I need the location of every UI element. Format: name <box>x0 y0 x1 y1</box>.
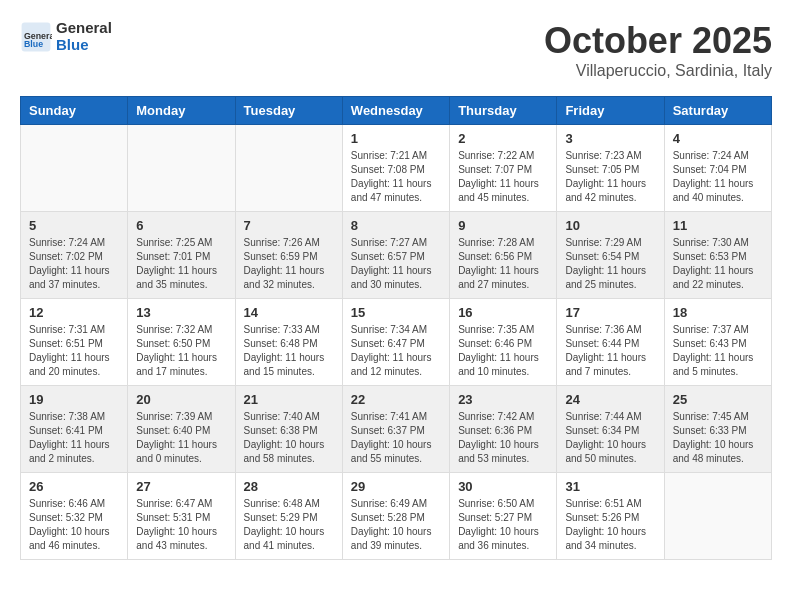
day-number: 23 <box>458 392 548 407</box>
day-number: 3 <box>565 131 655 146</box>
day-number: 12 <box>29 305 119 320</box>
day-number: 21 <box>244 392 334 407</box>
calendar-header-row: SundayMondayTuesdayWednesdayThursdayFrid… <box>21 97 772 125</box>
day-info: Sunrise: 7:39 AM Sunset: 6:40 PM Dayligh… <box>136 410 226 466</box>
day-info: Sunrise: 7:42 AM Sunset: 6:36 PM Dayligh… <box>458 410 548 466</box>
day-number: 25 <box>673 392 763 407</box>
page-header: General Blue General Blue October 2025 V… <box>20 20 772 80</box>
calendar-cell: 29Sunrise: 6:49 AM Sunset: 5:28 PM Dayli… <box>342 473 449 560</box>
calendar-cell: 5Sunrise: 7:24 AM Sunset: 7:02 PM Daylig… <box>21 212 128 299</box>
calendar-table: SundayMondayTuesdayWednesdayThursdayFrid… <box>20 96 772 560</box>
day-info: Sunrise: 7:30 AM Sunset: 6:53 PM Dayligh… <box>673 236 763 292</box>
day-of-week-friday: Friday <box>557 97 664 125</box>
calendar-cell <box>128 125 235 212</box>
day-info: Sunrise: 7:32 AM Sunset: 6:50 PM Dayligh… <box>136 323 226 379</box>
calendar-cell: 10Sunrise: 7:29 AM Sunset: 6:54 PM Dayli… <box>557 212 664 299</box>
calendar-cell: 13Sunrise: 7:32 AM Sunset: 6:50 PM Dayli… <box>128 299 235 386</box>
calendar-cell: 15Sunrise: 7:34 AM Sunset: 6:47 PM Dayli… <box>342 299 449 386</box>
logo: General Blue General Blue <box>20 20 112 53</box>
calendar-cell: 21Sunrise: 7:40 AM Sunset: 6:38 PM Dayli… <box>235 386 342 473</box>
calendar-cell: 3Sunrise: 7:23 AM Sunset: 7:05 PM Daylig… <box>557 125 664 212</box>
calendar-week-row: 26Sunrise: 6:46 AM Sunset: 5:32 PM Dayli… <box>21 473 772 560</box>
title-area: October 2025 Villaperuccio, Sardinia, It… <box>544 20 772 80</box>
svg-text:Blue: Blue <box>24 39 43 49</box>
calendar-cell: 30Sunrise: 6:50 AM Sunset: 5:27 PM Dayli… <box>450 473 557 560</box>
calendar-cell: 23Sunrise: 7:42 AM Sunset: 6:36 PM Dayli… <box>450 386 557 473</box>
day-info: Sunrise: 7:36 AM Sunset: 6:44 PM Dayligh… <box>565 323 655 379</box>
calendar-cell: 26Sunrise: 6:46 AM Sunset: 5:32 PM Dayli… <box>21 473 128 560</box>
calendar-cell: 11Sunrise: 7:30 AM Sunset: 6:53 PM Dayli… <box>664 212 771 299</box>
day-info: Sunrise: 7:27 AM Sunset: 6:57 PM Dayligh… <box>351 236 441 292</box>
day-number: 18 <box>673 305 763 320</box>
day-number: 16 <box>458 305 548 320</box>
month-title: October 2025 <box>544 20 772 62</box>
calendar-cell: 2Sunrise: 7:22 AM Sunset: 7:07 PM Daylig… <box>450 125 557 212</box>
calendar-cell: 16Sunrise: 7:35 AM Sunset: 6:46 PM Dayli… <box>450 299 557 386</box>
calendar-week-row: 1Sunrise: 7:21 AM Sunset: 7:08 PM Daylig… <box>21 125 772 212</box>
day-of-week-tuesday: Tuesday <box>235 97 342 125</box>
calendar-cell: 25Sunrise: 7:45 AM Sunset: 6:33 PM Dayli… <box>664 386 771 473</box>
day-info: Sunrise: 7:23 AM Sunset: 7:05 PM Dayligh… <box>565 149 655 205</box>
day-number: 26 <box>29 479 119 494</box>
calendar-cell: 12Sunrise: 7:31 AM Sunset: 6:51 PM Dayli… <box>21 299 128 386</box>
day-number: 24 <box>565 392 655 407</box>
day-info: Sunrise: 6:49 AM Sunset: 5:28 PM Dayligh… <box>351 497 441 553</box>
day-info: Sunrise: 7:25 AM Sunset: 7:01 PM Dayligh… <box>136 236 226 292</box>
day-info: Sunrise: 7:31 AM Sunset: 6:51 PM Dayligh… <box>29 323 119 379</box>
day-info: Sunrise: 7:41 AM Sunset: 6:37 PM Dayligh… <box>351 410 441 466</box>
calendar-cell <box>235 125 342 212</box>
calendar-cell: 4Sunrise: 7:24 AM Sunset: 7:04 PM Daylig… <box>664 125 771 212</box>
day-number: 14 <box>244 305 334 320</box>
day-info: Sunrise: 7:22 AM Sunset: 7:07 PM Dayligh… <box>458 149 548 205</box>
calendar-cell: 9Sunrise: 7:28 AM Sunset: 6:56 PM Daylig… <box>450 212 557 299</box>
day-number: 28 <box>244 479 334 494</box>
calendar-cell <box>21 125 128 212</box>
day-number: 15 <box>351 305 441 320</box>
calendar-week-row: 19Sunrise: 7:38 AM Sunset: 6:41 PM Dayli… <box>21 386 772 473</box>
day-number: 19 <box>29 392 119 407</box>
calendar-cell: 6Sunrise: 7:25 AM Sunset: 7:01 PM Daylig… <box>128 212 235 299</box>
calendar-cell: 19Sunrise: 7:38 AM Sunset: 6:41 PM Dayli… <box>21 386 128 473</box>
calendar-cell: 1Sunrise: 7:21 AM Sunset: 7:08 PM Daylig… <box>342 125 449 212</box>
day-number: 8 <box>351 218 441 233</box>
day-number: 29 <box>351 479 441 494</box>
day-number: 2 <box>458 131 548 146</box>
day-info: Sunrise: 7:24 AM Sunset: 7:04 PM Dayligh… <box>673 149 763 205</box>
calendar-cell: 31Sunrise: 6:51 AM Sunset: 5:26 PM Dayli… <box>557 473 664 560</box>
calendar-cell: 18Sunrise: 7:37 AM Sunset: 6:43 PM Dayli… <box>664 299 771 386</box>
day-info: Sunrise: 6:48 AM Sunset: 5:29 PM Dayligh… <box>244 497 334 553</box>
day-of-week-saturday: Saturday <box>664 97 771 125</box>
day-number: 9 <box>458 218 548 233</box>
calendar-week-row: 5Sunrise: 7:24 AM Sunset: 7:02 PM Daylig… <box>21 212 772 299</box>
calendar-cell: 7Sunrise: 7:26 AM Sunset: 6:59 PM Daylig… <box>235 212 342 299</box>
day-of-week-monday: Monday <box>128 97 235 125</box>
day-number: 4 <box>673 131 763 146</box>
calendar-cell: 24Sunrise: 7:44 AM Sunset: 6:34 PM Dayli… <box>557 386 664 473</box>
day-number: 1 <box>351 131 441 146</box>
day-info: Sunrise: 7:37 AM Sunset: 6:43 PM Dayligh… <box>673 323 763 379</box>
day-info: Sunrise: 6:46 AM Sunset: 5:32 PM Dayligh… <box>29 497 119 553</box>
day-number: 10 <box>565 218 655 233</box>
day-info: Sunrise: 7:35 AM Sunset: 6:46 PM Dayligh… <box>458 323 548 379</box>
day-number: 31 <box>565 479 655 494</box>
day-info: Sunrise: 7:33 AM Sunset: 6:48 PM Dayligh… <box>244 323 334 379</box>
day-of-week-thursday: Thursday <box>450 97 557 125</box>
day-info: Sunrise: 7:24 AM Sunset: 7:02 PM Dayligh… <box>29 236 119 292</box>
day-number: 13 <box>136 305 226 320</box>
day-info: Sunrise: 7:45 AM Sunset: 6:33 PM Dayligh… <box>673 410 763 466</box>
day-number: 6 <box>136 218 226 233</box>
location-subtitle: Villaperuccio, Sardinia, Italy <box>544 62 772 80</box>
day-info: Sunrise: 7:40 AM Sunset: 6:38 PM Dayligh… <box>244 410 334 466</box>
day-info: Sunrise: 7:34 AM Sunset: 6:47 PM Dayligh… <box>351 323 441 379</box>
logo-icon: General Blue <box>20 21 52 53</box>
calendar-cell: 8Sunrise: 7:27 AM Sunset: 6:57 PM Daylig… <box>342 212 449 299</box>
logo-blue: Blue <box>56 36 89 53</box>
calendar-cell: 22Sunrise: 7:41 AM Sunset: 6:37 PM Dayli… <box>342 386 449 473</box>
day-number: 22 <box>351 392 441 407</box>
calendar-cell: 27Sunrise: 6:47 AM Sunset: 5:31 PM Dayli… <box>128 473 235 560</box>
day-number: 7 <box>244 218 334 233</box>
day-info: Sunrise: 7:29 AM Sunset: 6:54 PM Dayligh… <box>565 236 655 292</box>
day-info: Sunrise: 7:21 AM Sunset: 7:08 PM Dayligh… <box>351 149 441 205</box>
day-of-week-wednesday: Wednesday <box>342 97 449 125</box>
calendar-cell: 14Sunrise: 7:33 AM Sunset: 6:48 PM Dayli… <box>235 299 342 386</box>
